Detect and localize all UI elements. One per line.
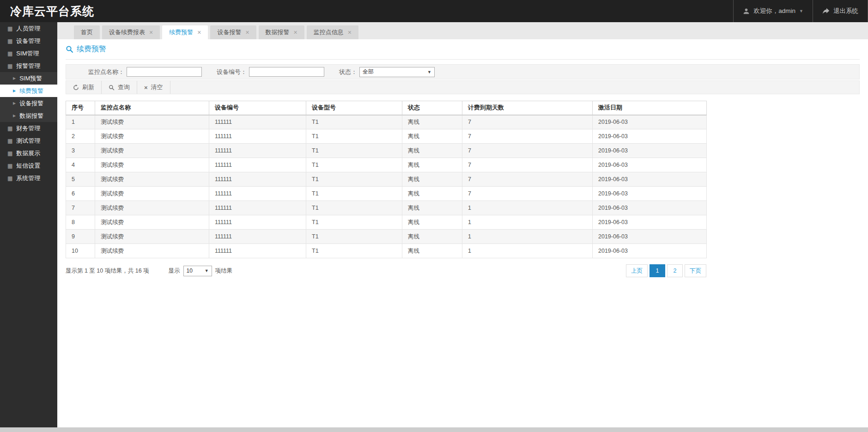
logout-icon (822, 8, 830, 14)
tab-label: 续费预警 (169, 28, 193, 37)
table-row: 8测试续费111111T1离线12019-06-03 (66, 215, 707, 230)
table-cell: 测试续费 (95, 129, 209, 144)
page-number-button[interactable]: 1 (649, 264, 665, 277)
sidebar-item[interactable]: ▦财务管理 (0, 122, 57, 134)
query-button[interactable]: 查询 (102, 81, 137, 94)
close-icon[interactable]: × (294, 29, 297, 36)
search-icon (109, 85, 115, 91)
sidebar-item[interactable]: ▶设备报警 (0, 97, 57, 110)
tab[interactable]: 设备续费报表× (102, 25, 160, 39)
table-cell: 3 (66, 144, 95, 158)
page-size-select[interactable]: 10 ▼ (183, 266, 212, 276)
clear-button[interactable]: × 清空 (137, 81, 170, 94)
close-icon[interactable]: × (245, 29, 249, 36)
status-select[interactable]: 全部 ▼ (359, 67, 435, 77)
refresh-icon (73, 85, 79, 91)
grid-icon: ▦ (7, 26, 12, 31)
table-cell: 离线 (402, 158, 462, 172)
page-size-suffix: 项结果 (215, 267, 233, 275)
table-cell: 7 (462, 172, 593, 187)
table-cell: 离线 (402, 230, 462, 244)
table-row: 7测试续费111111T1离线12019-06-03 (66, 201, 707, 215)
monitor-name-input[interactable] (127, 67, 202, 77)
table-cell: 2 (66, 129, 95, 144)
table-header-cell: 计费到期天数 (462, 101, 593, 115)
table-cell: 1 (462, 215, 593, 230)
tab-label: 监控点信息 (314, 28, 344, 37)
table-cell: 2019-06-03 (593, 158, 707, 172)
refresh-button[interactable]: 刷新 (66, 81, 102, 94)
prev-page-button[interactable]: 上页 (626, 264, 648, 277)
logout-label: 退出系统 (833, 7, 858, 15)
table-header-cell: 监控点名称 (95, 101, 209, 115)
tab[interactable]: 首页 (74, 25, 100, 39)
table-cell: 8 (66, 215, 95, 230)
app-header: 冷库云平台系统 欢迎你，admin ▼ 退出系统 (0, 0, 868, 22)
table-header-cell: 激活日期 (593, 101, 707, 115)
table-cell: 1 (462, 201, 593, 215)
sidebar-item[interactable]: ▦报警管理 (0, 60, 57, 72)
table-cell: 111111 (209, 201, 306, 215)
table-row: 3测试续费111111T1离线72019-06-03 (66, 144, 707, 158)
table-row: 9测试续费111111T1离线12019-06-03 (66, 230, 707, 244)
chevron-down-icon: ▼ (799, 9, 803, 13)
table-cell: 111111 (209, 129, 306, 144)
table-cell: 离线 (402, 215, 462, 230)
sidebar-item[interactable]: ▶SIM预警 (0, 72, 57, 85)
grid-icon: ▦ (7, 63, 12, 69)
table-cell: 7 (66, 201, 95, 215)
next-page-button[interactable]: 下页 (685, 264, 706, 277)
grid-icon: ▦ (7, 138, 12, 144)
table-cell: 离线 (402, 244, 462, 258)
table-cell: T1 (306, 244, 402, 258)
tab[interactable]: 续费预警× (162, 25, 208, 39)
table-cell: 9 (66, 230, 95, 244)
tab[interactable]: 监控点信息× (307, 25, 358, 39)
sidebar-item[interactable]: ▦设备管理 (0, 35, 57, 47)
tab[interactable]: 数据报警× (259, 25, 304, 39)
table-cell: 7 (462, 144, 593, 158)
toolbar: 刷新 查询 × 清空 (66, 80, 860, 94)
sidebar-item-label: 系统管理 (16, 174, 40, 183)
horizontal-scrollbar[interactable] (0, 427, 868, 432)
chevron-down-icon: ▼ (205, 268, 209, 273)
sidebar-item-label: 人员管理 (16, 24, 40, 33)
close-icon[interactable]: × (348, 29, 352, 36)
table-cell: 5 (66, 172, 95, 187)
user-menu[interactable]: 欢迎你，admin ▼ (733, 0, 813, 22)
tab-label: 设备报警 (217, 28, 241, 37)
caret-right-icon: ▶ (13, 102, 16, 105)
grid-icon: ▦ (7, 38, 12, 44)
sidebar-item[interactable]: ▶续费预警 (0, 85, 57, 97)
table-cell: T1 (306, 158, 402, 172)
sidebar-item[interactable]: ▦数据展示 (0, 147, 57, 159)
sidebar-item[interactable]: ▦测试管理 (0, 134, 57, 147)
close-icon[interactable]: × (197, 29, 201, 36)
page-title-text: 续费预警 (77, 44, 106, 54)
tab[interactable]: 设备报警× (210, 25, 256, 39)
sidebar-item[interactable]: ▦系统管理 (0, 172, 57, 184)
table-header-row: 序号监控点名称设备编号设备型号状态计费到期天数激活日期 (66, 101, 707, 115)
table-cell: T1 (306, 172, 402, 187)
page-number-button[interactable]: 2 (667, 264, 683, 277)
table-cell: 4 (66, 158, 95, 172)
page-size-prefix: 显示 (169, 267, 180, 275)
close-icon[interactable]: × (149, 29, 153, 36)
content: 续费预警 监控点名称： 设备编号： 状态： 全部 ▼ (57, 39, 868, 277)
search-icon (66, 45, 73, 53)
table-cell: T1 (306, 230, 402, 244)
sidebar: ▦人员管理▦设备管理▦SIM管理▦报警管理▶SIM预警▶续费预警▶设备报警▶数据… (0, 22, 57, 427)
device-number-input[interactable] (249, 67, 324, 77)
table-header-cell: 状态 (402, 101, 462, 115)
table-cell: 7 (462, 115, 593, 129)
data-table: 序号监控点名称设备编号设备型号状态计费到期天数激活日期 1测试续费111111T… (66, 101, 707, 258)
sidebar-item[interactable]: ▦人员管理 (0, 22, 57, 35)
user-icon (743, 8, 750, 15)
table-cell: 1 (462, 244, 593, 258)
caret-right-icon: ▶ (13, 114, 16, 118)
sidebar-item[interactable]: ▦SIM管理 (0, 47, 57, 60)
logout-button[interactable]: 退出系统 (813, 0, 868, 22)
sidebar-item[interactable]: ▦短信设置 (0, 159, 57, 172)
sidebar-item[interactable]: ▶数据报警 (0, 110, 57, 122)
query-label: 查询 (118, 83, 130, 91)
